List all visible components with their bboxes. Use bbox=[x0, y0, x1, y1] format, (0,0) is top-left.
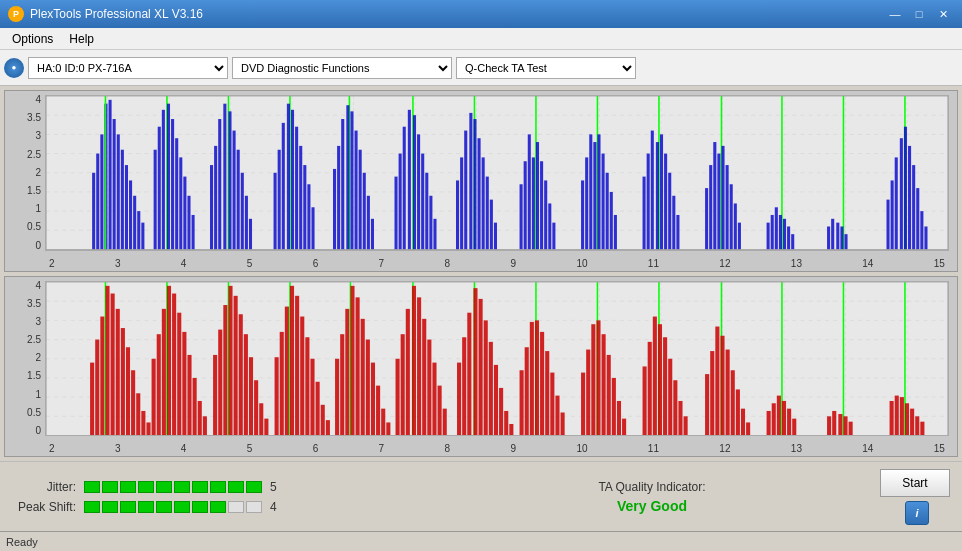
svg-rect-193 bbox=[111, 293, 115, 435]
svg-rect-198 bbox=[136, 393, 140, 435]
svg-rect-188 bbox=[90, 362, 94, 435]
svg-rect-155 bbox=[887, 200, 890, 250]
ps-seg-4 bbox=[138, 501, 154, 513]
function-select[interactable]: DVD Diagnostic Functions bbox=[232, 57, 452, 79]
svg-rect-264 bbox=[473, 288, 477, 435]
svg-rect-281 bbox=[561, 412, 565, 435]
svg-rect-66 bbox=[307, 184, 310, 249]
svg-rect-211 bbox=[198, 400, 202, 435]
svg-rect-57 bbox=[274, 173, 277, 250]
svg-rect-162 bbox=[912, 165, 915, 249]
menu-options[interactable]: Options bbox=[4, 30, 61, 48]
svg-rect-316 bbox=[782, 400, 786, 435]
svg-rect-312 bbox=[767, 410, 771, 435]
maximize-button[interactable]: □ bbox=[908, 5, 930, 23]
svg-rect-132 bbox=[709, 165, 712, 249]
svg-rect-111 bbox=[581, 180, 584, 249]
top-chart-container: 0 0.5 1 1.5 2 2.5 3 3.5 4 bbox=[4, 90, 958, 272]
svg-rect-199 bbox=[141, 410, 145, 435]
svg-rect-322 bbox=[838, 414, 842, 435]
svg-rect-266 bbox=[484, 320, 488, 435]
svg-rect-113 bbox=[589, 134, 592, 249]
ps-seg-6 bbox=[174, 501, 190, 513]
svg-rect-96 bbox=[478, 138, 481, 249]
svg-rect-247 bbox=[381, 408, 385, 435]
ps-seg-5 bbox=[156, 501, 172, 513]
svg-rect-65 bbox=[303, 165, 306, 249]
top-chart-y-axis: 0 0.5 1 1.5 2 2.5 3 3.5 4 bbox=[7, 95, 43, 251]
svg-rect-286 bbox=[596, 320, 600, 435]
close-button[interactable]: ✕ bbox=[932, 5, 954, 23]
svg-rect-34 bbox=[141, 223, 144, 250]
svg-rect-302 bbox=[705, 374, 709, 435]
svg-rect-218 bbox=[234, 295, 238, 435]
svg-rect-102 bbox=[524, 161, 527, 249]
jitter-seg-2 bbox=[102, 481, 118, 493]
info-button[interactable]: i bbox=[905, 501, 929, 525]
title-text: PlexTools Professional XL V3.16 bbox=[30, 7, 203, 21]
device-icon: ● bbox=[4, 58, 24, 78]
svg-rect-197 bbox=[131, 370, 135, 435]
svg-rect-137 bbox=[726, 165, 729, 249]
quality-label: TA Quality Indicator: bbox=[598, 480, 705, 494]
svg-rect-226 bbox=[280, 331, 284, 435]
svg-rect-318 bbox=[792, 418, 796, 435]
svg-rect-276 bbox=[535, 320, 539, 435]
svg-rect-224 bbox=[264, 418, 268, 435]
svg-rect-89 bbox=[433, 219, 436, 250]
svg-rect-141 bbox=[767, 223, 770, 250]
svg-rect-250 bbox=[401, 334, 405, 435]
svg-rect-31 bbox=[129, 180, 132, 249]
svg-rect-213 bbox=[213, 354, 217, 435]
svg-rect-251 bbox=[406, 308, 410, 435]
svg-rect-115 bbox=[593, 142, 596, 249]
svg-rect-154 bbox=[844, 234, 847, 249]
svg-rect-153 bbox=[840, 226, 843, 249]
svg-rect-208 bbox=[182, 331, 186, 435]
svg-rect-255 bbox=[422, 318, 426, 435]
quality-value: Very Good bbox=[617, 498, 687, 514]
svg-rect-293 bbox=[648, 341, 652, 435]
device-select[interactable]: HA:0 ID:0 PX-716A bbox=[28, 57, 228, 79]
start-button[interactable]: Start bbox=[880, 469, 950, 497]
svg-rect-54 bbox=[241, 173, 244, 250]
svg-rect-206 bbox=[172, 293, 176, 435]
svg-rect-159 bbox=[900, 138, 903, 249]
svg-rect-77 bbox=[367, 196, 370, 250]
jitter-value: 5 bbox=[270, 480, 286, 494]
svg-rect-241 bbox=[350, 285, 354, 435]
svg-rect-288 bbox=[607, 354, 611, 435]
svg-rect-331 bbox=[915, 416, 919, 435]
svg-rect-58 bbox=[278, 150, 281, 250]
svg-rect-323 bbox=[843, 416, 847, 435]
svg-rect-87 bbox=[425, 173, 428, 250]
svg-rect-273 bbox=[525, 347, 529, 435]
svg-rect-225 bbox=[275, 357, 279, 435]
svg-rect-165 bbox=[924, 226, 927, 249]
svg-rect-230 bbox=[295, 295, 299, 435]
svg-rect-311 bbox=[746, 422, 750, 435]
svg-rect-37 bbox=[162, 110, 165, 250]
svg-rect-56 bbox=[249, 219, 252, 250]
svg-rect-320 bbox=[832, 410, 836, 435]
test-select[interactable]: Q-Check TA Test bbox=[456, 57, 636, 79]
svg-rect-85 bbox=[417, 134, 420, 249]
svg-rect-324 bbox=[849, 421, 853, 435]
svg-rect-192 bbox=[105, 285, 109, 435]
svg-rect-294 bbox=[653, 316, 657, 435]
svg-rect-90 bbox=[456, 180, 459, 249]
svg-rect-257 bbox=[432, 362, 436, 435]
svg-rect-105 bbox=[532, 157, 535, 249]
svg-rect-116 bbox=[597, 134, 600, 249]
svg-rect-202 bbox=[157, 334, 161, 435]
svg-rect-308 bbox=[731, 370, 735, 435]
main-content: 0 0.5 1 1.5 2 2.5 3 3.5 4 bbox=[0, 86, 962, 461]
svg-rect-214 bbox=[218, 329, 222, 435]
ps-seg-3 bbox=[120, 501, 136, 513]
menu-help[interactable]: Help bbox=[61, 30, 102, 48]
minimize-button[interactable]: — bbox=[884, 5, 906, 23]
svg-rect-143 bbox=[775, 207, 778, 249]
svg-rect-236 bbox=[326, 420, 330, 435]
svg-rect-150 bbox=[831, 219, 834, 250]
svg-rect-73 bbox=[350, 111, 353, 249]
